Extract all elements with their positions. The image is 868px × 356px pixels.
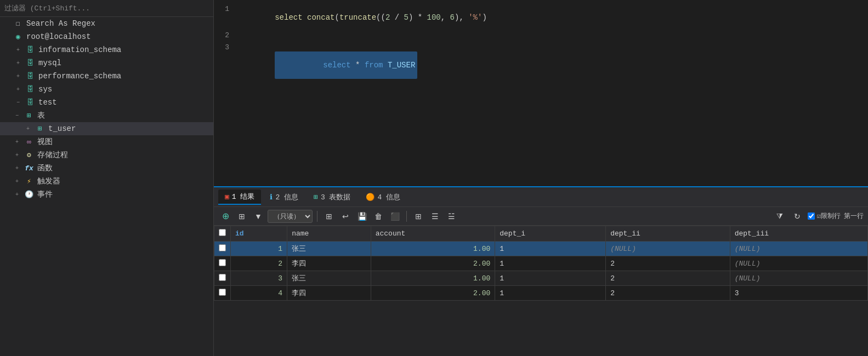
table-icon: ⊞ (35, 124, 45, 134)
toolbar-add-btn[interactable]: ⊕ (218, 209, 232, 223)
line-content[interactable]: select * from T_USER (236, 43, 868, 88)
row-checkbox[interactable] (219, 274, 226, 281)
sidebar-label: 函数 (37, 163, 53, 173)
line-number: 2 (214, 31, 236, 39)
sidebar-label: information_schema (38, 45, 121, 54)
sidebar-label: mysql (38, 59, 61, 67)
sidebar-filter[interactable]: 过滤器 (Ctrl+Shift... (0, 0, 213, 17)
sidebar-item-search-regex[interactable]: ☐ Search As Regex (0, 17, 213, 30)
table-row[interactable]: 3张三1.0012(NULL) (214, 271, 868, 286)
sidebar-item-root[interactable]: ◉ root@localhost (0, 30, 213, 43)
func-name: concat (307, 13, 334, 22)
toolbar-back-btn[interactable]: ↩ (338, 209, 353, 223)
checkbox-icon: ☐ (13, 19, 23, 28)
row-checkbox-cell[interactable] (214, 256, 231, 271)
toolbar-save-btn[interactable]: 💾 (355, 209, 369, 223)
expand-icon: + (16, 47, 24, 53)
sidebar-item-tables-group[interactable]: − ⊞ 表 (0, 109, 213, 122)
cell-dept-ii: 2 (606, 256, 730, 271)
expand-icon: + (15, 139, 23, 145)
table-group-icon: ⊞ (24, 111, 34, 120)
limit-row-input[interactable] (808, 213, 815, 220)
db-icon: 🗄 (25, 45, 35, 55)
sidebar-item-triggers[interactable]: + ⚡ 触发器 (0, 175, 213, 188)
col-dept-ii[interactable]: dept_ii (606, 226, 730, 242)
row-checkbox-cell[interactable] (214, 242, 231, 256)
db-icon: 🗄 (25, 58, 35, 68)
toolbar-grid-btn[interactable]: ⊞ (235, 209, 249, 223)
col-dept-iii[interactable]: dept_iii (730, 226, 867, 242)
proc-icon: ⚙ (24, 150, 34, 160)
sidebar-item-sys[interactable]: + 🗄 sys (0, 83, 213, 96)
col-account[interactable]: account (371, 226, 495, 242)
toolbar-view2-btn[interactable]: ☰ (428, 209, 442, 223)
cell-account: 1.00 (371, 271, 495, 286)
delete-icon: 🗑 (375, 212, 382, 221)
table-body: 1张三1.001(NULL)(NULL)2李四2.0012(NULL)3张三1.… (214, 242, 868, 301)
sidebar-item-functions[interactable]: + fx 函数 (0, 162, 213, 175)
toolbar-export-btn[interactable]: ⬛ (388, 209, 402, 223)
op: ) * (409, 13, 427, 22)
toolbar-reload-btn[interactable]: ↻ (790, 209, 804, 223)
cell-id: 2 (231, 256, 287, 271)
results-toolbar: ⊕ ⊞ ▼ （只读） ⊞ ↩ 💾 🗑 (214, 207, 868, 226)
tab-info1[interactable]: ℹ 2 信息 (263, 190, 305, 204)
selected-sql: select * from T_USER (275, 51, 417, 79)
line-number: 3 (214, 43, 236, 51)
tab-tabledata[interactable]: ⊞ 3 表数据 (307, 190, 357, 204)
expand-icon: + (16, 87, 24, 93)
func-name: truncate (339, 13, 376, 22)
editor-line-2: 2 (214, 31, 868, 43)
toolbar-view1-btn[interactable]: ⊞ (411, 209, 426, 223)
tab-result-icon: ▣ (225, 192, 229, 201)
sidebar-item-procedures[interactable]: + ⚙ 存储过程 (0, 148, 213, 162)
cell-dept-iii: (NULL) (730, 256, 867, 271)
select-all-checkbox[interactable] (219, 229, 226, 236)
table-row[interactable]: 1张三1.001(NULL)(NULL) (214, 242, 868, 256)
sidebar-item-t-user[interactable]: + ⊞ t_user (0, 122, 213, 135)
sidebar-label: Search As Regex (26, 19, 95, 28)
expand-icon: + (15, 152, 23, 158)
line-content[interactable] (236, 31, 868, 39)
sidebar-label: test (38, 98, 57, 107)
sidebar-item-information-schema[interactable]: + 🗄 information_schema (0, 43, 213, 56)
col-dept-i[interactable]: dept_i (495, 226, 606, 242)
row-checkbox[interactable] (219, 259, 226, 266)
sidebar-item-events[interactable]: + 🕐 事件 (0, 188, 213, 201)
cell-dept-ii: 2 (606, 286, 730, 301)
number: 100 (427, 13, 441, 22)
sidebar-item-test[interactable]: − 🗄 test (0, 96, 213, 109)
editor-line-1: 1 select concat(truncate((2 / 5) * 100, … (214, 4, 868, 31)
sql-editor[interactable]: 1 select concat(truncate((2 / 5) * 100, … (214, 0, 868, 186)
limit-row-checkbox[interactable]: ☑限制行 (808, 211, 841, 221)
line-content[interactable]: select concat(truncate((2 / 5) * 100, 6)… (236, 4, 868, 31)
table-row[interactable]: 4李四2.00123 (214, 286, 868, 301)
col-name[interactable]: name (287, 226, 371, 242)
table-row[interactable]: 2李四2.0012(NULL) (214, 256, 868, 271)
cell-id: 1 (231, 242, 287, 256)
tab-result[interactable]: ▣ 1 结果 (218, 190, 261, 205)
row-checkbox-cell[interactable] (214, 286, 231, 301)
readonly-select[interactable]: （只读） (268, 210, 313, 223)
toolbar-view3-btn[interactable]: ☱ (444, 209, 458, 223)
sidebar-item-views[interactable]: + ∞ 视图 (0, 135, 213, 148)
toolbar-dropdown-btn[interactable]: ▼ (251, 209, 265, 223)
col-id[interactable]: id (231, 226, 287, 242)
cell-name: 李四 (287, 256, 371, 271)
sidebar-item-mysql[interactable]: + 🗄 mysql (0, 56, 213, 70)
row-checkbox[interactable] (219, 289, 226, 296)
tab-info2[interactable]: 🟠 4 信息 (359, 190, 407, 204)
toolbar-delete-btn[interactable]: 🗑 (371, 209, 385, 223)
tab-info2-icon: 🟠 (366, 193, 375, 202)
sidebar-item-performance-schema[interactable]: + 🗄 performance_schema (0, 70, 213, 83)
tab-info2-label: 4 信息 (377, 192, 400, 202)
toolbar-filter-btn[interactable]: ⧩ (773, 209, 787, 223)
cell-name: 张三 (287, 242, 371, 256)
toolbar-separator-2 (406, 211, 407, 222)
tab-tabledata-label: 3 表数据 (321, 192, 351, 202)
func-icon: fx (24, 163, 34, 173)
toolbar-refresh-btn[interactable]: ⊞ (322, 209, 336, 223)
row-checkbox[interactable] (219, 244, 226, 251)
row-checkbox-cell[interactable] (214, 271, 231, 286)
view2-icon: ☰ (432, 212, 439, 221)
